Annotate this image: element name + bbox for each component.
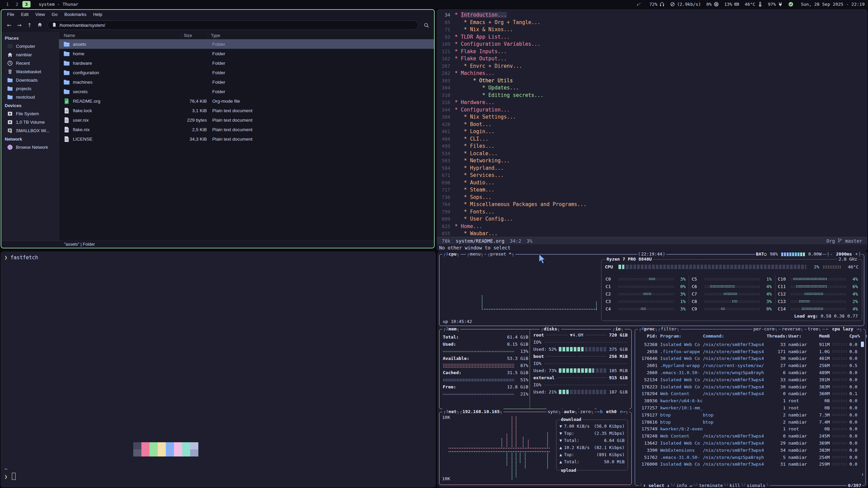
menu-item[interactable]: Go bbox=[48, 11, 60, 18]
sidebar-item[interactable]: Wastebasket bbox=[1, 67, 59, 76]
org-heading-line[interactable]: 344 * Configuration... bbox=[437, 106, 867, 114]
sidebar-item[interactable]: File System bbox=[1, 109, 59, 118]
org-heading-line[interactable]: 304 * Updates... bbox=[437, 84, 867, 92]
file-row[interactable]: LICENSE 34,3 KiB Plain text document bbox=[59, 134, 434, 144]
menu-item[interactable]: Edit bbox=[18, 11, 32, 18]
process-row[interactable]: 13642 Isolated Web Co /nix/store/sm8fmrf… bbox=[638, 440, 863, 447]
file-row[interactable]: assets Folder bbox=[59, 39, 434, 49]
menu-button[interactable]: ┌menu┐ bbox=[466, 251, 485, 257]
shell-prompt-idle[interactable]: ~ ❯ bbox=[4, 465, 16, 481]
process-row[interactable]: 177257 kworker/10:1-mm_ 1 root 0B 0.0 bbox=[638, 404, 863, 411]
tray-module[interactable]: 97% bbox=[768, 2, 783, 7]
org-heading-line[interactable]: 461 * Login... bbox=[437, 128, 867, 136]
process-row[interactable]: 179127 btop btop 2 nambiar 7.3M 0.0 bbox=[638, 411, 863, 419]
file-row[interactable]: secrets Folder bbox=[59, 87, 434, 96]
proc-header-row[interactable]: Pid: Program: Command: Threads: User: Me… bbox=[638, 333, 863, 339]
org-heading-line[interactable]: 825 * Home... bbox=[437, 223, 867, 230]
file-row[interactable]: user.nix 229 bytes Plain text document bbox=[59, 115, 434, 125]
tray-module[interactable]: Sun, 28 Sep 2025 - 22:19 bbox=[801, 2, 865, 7]
org-heading-line[interactable]: 109 * Configuration Variables... bbox=[437, 41, 867, 48]
info-hint[interactable]: info ↵ bbox=[676, 483, 692, 487]
column-size[interactable]: Size bbox=[181, 32, 208, 39]
process-row[interactable]: 51762 .emacs-31.0.50- /nix/store/wnqz5pa… bbox=[638, 454, 863, 461]
btop-window[interactable]: ┌1cpu┐ ┌menu┐ ┌preset *┐ ┤22:19:44├ BAT○… bbox=[437, 251, 867, 487]
org-heading-line[interactable]: 563 * Networking... bbox=[437, 157, 867, 165]
sidebar-item[interactable]: SMALLBOX Wi... bbox=[1, 126, 59, 135]
scroll-down-arrow[interactable]: ↓ bbox=[861, 471, 864, 476]
menu-item[interactable]: File bbox=[4, 11, 17, 18]
process-row[interactable]: 178248 Web Content /nix/store/sm8fmrf3wp… bbox=[638, 432, 863, 440]
org-heading-line[interactable]: 71 * Nix & Nixos... bbox=[437, 26, 867, 34]
sidebar-item[interactable]: Downloads bbox=[1, 76, 59, 84]
sidebar-item[interactable]: nambiar bbox=[1, 50, 59, 59]
org-heading-line[interactable]: 267 * Envrc + Direnv... bbox=[437, 63, 867, 70]
sidebar-item[interactable]: 1,0 TB Volume bbox=[1, 118, 59, 126]
menu-item[interactable]: Bookmarks bbox=[61, 11, 90, 18]
path-bar[interactable]: /home/nambiar/system/ bbox=[47, 20, 418, 30]
file-row[interactable]: home Folder bbox=[59, 49, 434, 58]
sort-selector[interactable]: ← cpu lazy →┐ bbox=[825, 326, 863, 332]
search-button[interactable] bbox=[422, 21, 431, 29]
process-row[interactable]: 176646 Isolated Web Co /nix/store/sm8fmr… bbox=[638, 355, 863, 362]
process-row[interactable]: 178294 Web Content /nix/store/sm8fmrf3wp… bbox=[638, 390, 863, 398]
org-heading-line[interactable]: 121 * Flake Inputs... bbox=[437, 48, 867, 56]
org-heading-line[interactable]: 93 * TLDR App List... bbox=[437, 34, 867, 41]
sidebar-item[interactable]: Recent bbox=[1, 59, 59, 67]
sync-button[interactable]: sync┐ bbox=[547, 409, 562, 415]
process-row[interactable]: 176000 Isolated Web Co /nix/store/sm8fmr… bbox=[638, 461, 863, 468]
workspace-button[interactable]: 1 bbox=[3, 1, 12, 7]
process-row[interactable]: 178616 btop btop 2 nambiar 7.4M 0.0 bbox=[638, 419, 863, 426]
org-heading-line[interactable]: 534 * Locale... bbox=[437, 150, 867, 158]
org-heading-line[interactable]: 34 * Introduction... bbox=[437, 12, 867, 19]
process-row[interactable]: 2660 .emacs-31.0.50- /nix/store/wnqz5pa8… bbox=[638, 369, 863, 376]
menu-item[interactable]: View bbox=[32, 11, 48, 18]
signals-hint[interactable]: signals bbox=[747, 483, 765, 487]
kill-hint[interactable]: kill bbox=[730, 483, 740, 487]
tray-module[interactable]: 0% bbox=[706, 2, 719, 7]
org-heading-line[interactable]: 736 * Sops... bbox=[437, 194, 867, 201]
tray-module[interactable]: 13% bbox=[724, 2, 739, 7]
org-heading-line[interactable]: 584 * Hyprland... bbox=[437, 165, 867, 172]
org-heading-line[interactable]: 499 * Files... bbox=[437, 143, 867, 150]
tray-module[interactable] bbox=[788, 2, 795, 7]
menu-item[interactable]: Help bbox=[90, 11, 105, 18]
nav-button[interactable]: ↑ bbox=[25, 21, 34, 29]
file-row[interactable]: README.org 76,4 KiB Org-mode file bbox=[59, 96, 434, 106]
process-row[interactable]: 38936 kworker/u64:6-kc 1 root 0B 0.0 bbox=[638, 397, 863, 404]
org-heading-line[interactable]: 303 * Other Utils bbox=[437, 77, 867, 85]
sidebar-item[interactable]: nextcloud bbox=[1, 93, 59, 101]
column-name[interactable]: Name bbox=[59, 32, 181, 39]
process-row[interactable]: 176223 Isolated Web Co /nix/store/sm8fmr… bbox=[638, 383, 863, 390]
workspace-button[interactable]: 3 bbox=[22, 1, 31, 7]
interface-switcher[interactable]: ←b eth0 n→┐ bbox=[596, 409, 629, 415]
cpu-box-title[interactable]: ┌1cpu┐ bbox=[442, 251, 460, 257]
org-heading-line[interactable]: 384 * Nix Settings... bbox=[437, 114, 867, 121]
org-heading-line[interactable]: 65 * Emacs + Org + Tangle... bbox=[437, 19, 867, 26]
mem-box-title[interactable]: ┌2mem┐ bbox=[442, 326, 460, 332]
auto-button[interactable]: auto┐ bbox=[563, 409, 578, 415]
org-heading-line[interactable]: 717 * Steam... bbox=[437, 186, 867, 194]
nav-button[interactable]: → bbox=[15, 21, 24, 29]
process-row[interactable]: 2601 .Hyprland-wrapp /run/current-system… bbox=[638, 362, 863, 369]
workspace-button[interactable]: 2 bbox=[13, 1, 21, 7]
org-heading-line[interactable]: 310 * Editing secrets... bbox=[437, 92, 867, 99]
file-row[interactable]: flake.nix 2,5 KiB Plain text document bbox=[59, 125, 434, 134]
org-heading-line[interactable]: 698 * Audio... bbox=[437, 179, 867, 187]
reverse-toggle[interactable]: reverse┐ bbox=[781, 326, 805, 332]
nav-button[interactable] bbox=[35, 21, 44, 29]
process-row[interactable]: 52368 Isolated Web Co /nix/store/sm8fmrf… bbox=[638, 341, 863, 348]
org-heading-line[interactable]: 484 * CLI... bbox=[437, 136, 867, 143]
org-heading-line[interactable]: 316 * Hardware... bbox=[437, 99, 867, 106]
zero-button[interactable]: zero┐ bbox=[579, 409, 595, 415]
sidebar-item[interactable]: Computer bbox=[1, 42, 59, 50]
tray-module[interactable]: zzz bbox=[637, 2, 644, 7]
org-heading-line[interactable]: 282 * Machines... bbox=[437, 70, 867, 77]
org-heading-line[interactable]: 799 * Fonts... bbox=[437, 208, 867, 216]
terminate-hint[interactable]: terminate bbox=[699, 483, 723, 487]
sidebar-item[interactable]: Browse Network bbox=[1, 143, 59, 151]
filter-button[interactable]: ┌filter┐ bbox=[657, 326, 681, 332]
sidebar-item[interactable]: projects bbox=[1, 84, 59, 93]
preset-button[interactable]: ┌preset *┐ bbox=[486, 251, 515, 257]
process-row[interactable]: 3390 WebExtensions /nix/store/sm8fmrf3wp… bbox=[638, 447, 863, 454]
select-hint[interactable]: ↑ select ↓ bbox=[643, 483, 670, 487]
